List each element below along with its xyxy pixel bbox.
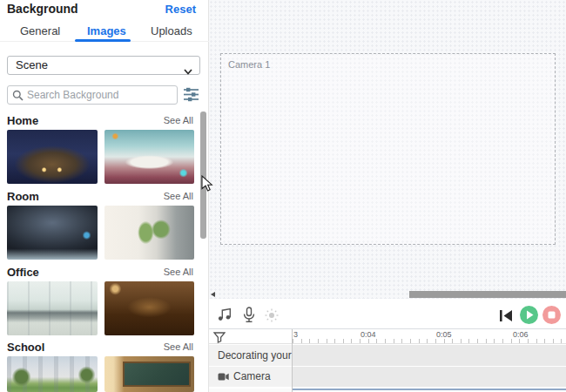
scroll-left-arrow-icon[interactable] (211, 292, 215, 297)
see-all-office[interactable]: See All (164, 267, 193, 277)
ruler-label: 3 (293, 330, 298, 339)
thumbnail-night-cottage-house[interactable] (7, 130, 98, 184)
panel-title: Background (7, 2, 78, 16)
track-row-partial[interactable] (209, 389, 566, 392)
reset-button[interactable]: Reset (165, 3, 196, 16)
timeline: 3 0:04 0:05 0:06 Decorating your ... Cam… (209, 329, 566, 392)
track-label (209, 389, 292, 392)
panel-vertical-scrollbar[interactable] (200, 112, 206, 239)
play-button[interactable] (520, 306, 538, 324)
thumbnail-bright-modern-office[interactable] (7, 281, 98, 335)
search-box (7, 85, 178, 105)
tab-general[interactable]: General (20, 24, 60, 37)
see-all-home[interactable]: See All (164, 115, 193, 125)
thumbnail-school-building-exterior[interactable] (7, 356, 98, 392)
ruler-tick-marks (293, 339, 566, 343)
stage-canvas[interactable]: Camera 1 (209, 0, 566, 300)
ruler-label: 0:05 (436, 330, 452, 339)
camera-layer-box[interactable]: Camera 1 (220, 53, 556, 245)
microphone-icon[interactable] (242, 307, 256, 328)
timeline-header: 3 0:04 0:05 0:06 (209, 329, 566, 344)
filter-sliders-icon[interactable] (183, 86, 200, 104)
scene-select[interactable]: Scene (7, 56, 200, 75)
thumbnail-futuristic-teal-lounge[interactable] (104, 130, 194, 184)
ruler-label: 0:06 (513, 330, 529, 339)
section-header-room: Room (7, 190, 39, 203)
control-bar (209, 299, 566, 329)
section-header-school: School (7, 341, 44, 354)
see-all-room[interactable]: See All (164, 191, 193, 201)
active-tab-underline (75, 39, 131, 42)
thumbnail-dark-rustic-study[interactable] (104, 281, 194, 335)
section-header-office: Office (7, 266, 39, 279)
search-icon (12, 90, 24, 101)
track-row-camera[interactable]: Camera (209, 367, 566, 387)
scene-select-value: Scene (16, 58, 48, 71)
track-row-decorating[interactable]: Decorating your ... (209, 345, 566, 366)
tab-images[interactable]: Images (87, 24, 126, 37)
timeline-clip[interactable] (293, 389, 566, 392)
thumbnail-dark-dome-ceiling-room[interactable] (7, 206, 98, 260)
track-content[interactable] (293, 367, 566, 387)
skip-to-start-icon[interactable] (499, 309, 513, 325)
video-camera-icon (218, 373, 229, 381)
tab-uploads[interactable]: Uploads (151, 24, 192, 37)
camera-layer-label: Camera 1 (228, 59, 270, 70)
see-all-school[interactable]: See All (164, 341, 193, 352)
track-label: Decorating your ... (209, 345, 292, 366)
horizontal-scrollbar-thumb[interactable] (409, 291, 566, 298)
stage-horizontal-scrollbar[interactable] (209, 291, 566, 299)
timeline-column-divider (292, 329, 293, 392)
thumbnail-bright-room-with-plants[interactable] (104, 206, 194, 260)
thumbnail-classroom-with-blackboard[interactable] (104, 356, 194, 392)
background-panel: Background Reset General Images Uploads … (0, 0, 209, 392)
music-icon[interactable] (217, 307, 232, 326)
search-input[interactable] (27, 87, 173, 103)
track-content[interactable] (293, 345, 566, 366)
app-window: Background Reset General Images Uploads … (0, 0, 566, 392)
stop-button[interactable] (542, 306, 561, 324)
section-header-home: Home (7, 114, 38, 127)
track-label: Camera (209, 367, 292, 387)
ruler-label: 0:04 (360, 330, 376, 339)
panel-tabs: General Images Uploads (0, 24, 209, 42)
track-label-text: Camera (233, 370, 271, 382)
brightness-icon[interactable] (265, 308, 279, 326)
chevron-down-icon (184, 63, 192, 80)
timeline-ruler[interactable]: 3 0:04 0:05 0:06 (293, 329, 566, 344)
